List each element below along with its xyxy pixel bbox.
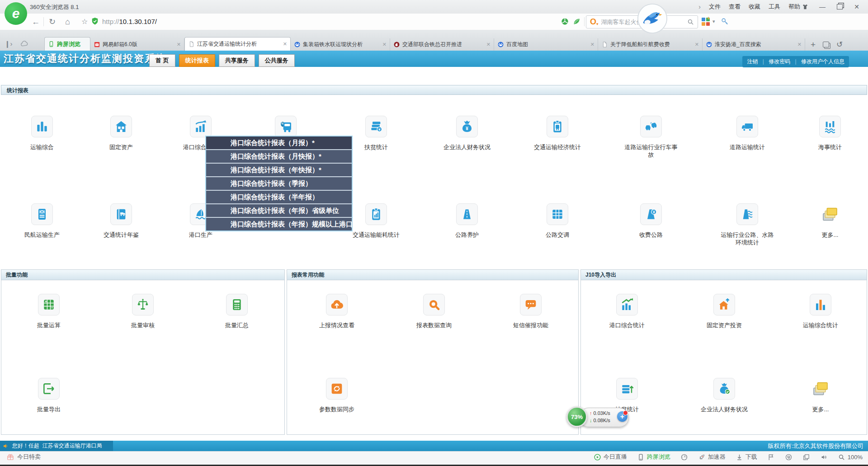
close-button[interactable]: ✕ <box>848 0 865 13</box>
report-item[interactable]: 固定资产 <box>87 116 155 151</box>
j10-item[interactable]: 固定资产投资 <box>686 294 763 329</box>
safe-site-shield-icon[interactable] <box>90 17 99 26</box>
tab-close-icon[interactable]: ✕ <box>283 41 287 47</box>
browser-tab-6[interactable]: 关于降低船舶引航费收费✕ <box>598 38 703 51</box>
port-menu-item-1[interactable]: 港口综合统计报表（月快报）* <box>206 150 352 164</box>
app-grid-icon[interactable]: + <box>702 18 710 26</box>
cloud-sync-icon[interactable] <box>20 39 29 48</box>
port-menu-item-6[interactable]: 港口综合统计报表（年报）规模以上港口 <box>206 218 352 231</box>
report-item[interactable]: 海事统计 <box>796 116 864 151</box>
screenshot-aperture-icon[interactable] <box>561 17 569 26</box>
back-button[interactable]: ← <box>32 17 40 26</box>
browser-menu-0[interactable]: 文件 <box>709 3 721 11</box>
browser-menu-2[interactable]: 收藏 <box>749 3 760 11</box>
port-menu-item-3[interactable]: 港口综合统计报表（季报） <box>206 177 352 191</box>
common-item[interactable]: 上报情况查看 <box>298 294 375 329</box>
report-item[interactable]: 交通运输经济统计 <box>524 116 591 151</box>
j10-item[interactable]: 运输综合统计 <box>782 294 859 329</box>
password-key-icon[interactable] <box>721 17 729 26</box>
browser-tab-4[interactable]: 交通部联合铁总召开推进✕ <box>390 38 494 51</box>
taskbar-zoom-glass[interactable]: 100% <box>838 453 863 461</box>
speed-plus-button[interactable]: + <box>617 411 627 422</box>
browser-tab-7[interactable]: 淮安扬港_百度搜索✕ <box>703 38 805 51</box>
common-item[interactable]: 参数数据同步 <box>298 378 375 413</box>
browser-tab-3[interactable]: 集装箱铁水联运现状分析✕ <box>291 38 390 51</box>
taskbar-speaker[interactable] <box>820 453 828 461</box>
nav-public-services[interactable]: 公共服务 <box>259 54 295 67</box>
report-item[interactable]: ¥企业法人财务状况 <box>433 116 501 151</box>
browser-tab-1[interactable]: 网易邮箱6.0版✕ <box>90 38 184 51</box>
report-item[interactable]: 民航运输生产 <box>8 203 76 239</box>
search-magnifier-icon[interactable] <box>687 18 694 26</box>
j10-item[interactable]: 企业法人财务状况 <box>686 378 763 413</box>
home-button[interactable]: ⌂ <box>65 17 70 26</box>
browser-menu-3[interactable]: 工具 <box>769 3 780 11</box>
report-item[interactable]: 更多... <box>796 203 864 239</box>
tab-close-icon[interactable]: ✕ <box>695 42 699 47</box>
user-link-0[interactable]: 注销 <box>747 58 758 65</box>
network-speed-widget[interactable]: ↑0.03K/s ↓0.08K/s + 73% <box>566 406 634 428</box>
taskbar-window[interactable] <box>802 453 810 461</box>
taskbar-phone-gray[interactable]: 跨屏浏览 <box>637 453 670 461</box>
tab-close-icon[interactable]: ✕ <box>797 42 802 47</box>
batch-item[interactable]: 批量运算 <box>10 294 87 329</box>
batch-item[interactable]: 批量审核 <box>104 294 181 329</box>
favorite-star-button[interactable]: ☆ <box>81 17 88 26</box>
skin-button[interactable] <box>797 0 814 13</box>
speed-mode-leaf-icon[interactable] <box>572 17 581 26</box>
tab-list-expander-icon[interactable]: ❙› <box>5 40 13 48</box>
user-link-1[interactable]: 修改密码 <box>769 58 790 65</box>
truck-icon <box>736 116 758 137</box>
taskbar-down-arrow[interactable]: 下载 <box>736 453 757 461</box>
tab-close-icon[interactable]: ✕ <box>382 42 387 47</box>
tab-close-icon[interactable]: ✕ <box>590 42 594 47</box>
menu-expand-icon[interactable]: › <box>698 3 701 10</box>
batch-item[interactable]: 批量导出 <box>10 378 87 413</box>
calculator-icon <box>226 294 248 315</box>
recent-tabs-icon[interactable] <box>823 42 829 47</box>
taskbar-e-compat[interactable] <box>785 453 793 461</box>
nav-reports[interactable]: 统计报表 <box>179 54 215 67</box>
report-item[interactable]: ¥收费公路 <box>617 203 685 239</box>
report-item[interactable]: 道路运输统计 <box>713 116 781 151</box>
browser-tab-2[interactable]: 江苏省交通运输统计分析✕ <box>184 37 291 51</box>
nav-shared-services[interactable]: 共享服务 <box>219 54 255 67</box>
taskbar-speed-meter[interactable] <box>680 453 688 461</box>
new-tab-button[interactable]: + <box>811 40 816 50</box>
maximize-button[interactable] <box>831 0 848 13</box>
reload-button[interactable]: ↻ <box>49 17 56 26</box>
port-menu-item-0[interactable]: 港口综合统计报表（月报）* <box>206 137 352 150</box>
daily-deals-button[interactable]: 今日特卖 <box>6 453 41 461</box>
port-menu-item-4[interactable]: 港口综合统计报表（半年报） <box>206 191 352 204</box>
user-link-2[interactable]: 修改用户个人信息 <box>801 58 844 65</box>
minimize-button[interactable]: — <box>814 0 831 13</box>
url-field[interactable]: http://10.1.30.107/ <box>102 18 157 25</box>
batch-item[interactable]: 批量汇总 <box>198 294 275 329</box>
tab-close-icon[interactable]: ✕ <box>177 42 181 47</box>
tab-close-icon[interactable]: ✕ <box>486 42 491 47</box>
reopen-closed-tab-icon[interactable]: ↺ <box>836 40 843 49</box>
speed-percent-ball[interactable]: 73% <box>566 406 587 427</box>
report-item[interactable]: 交通统计年鉴 <box>87 203 155 239</box>
taskbar-rocket[interactable]: 加速器 <box>698 453 726 461</box>
browser-menu-1[interactable]: 查看 <box>729 3 741 11</box>
report-item[interactable]: 运输综合 <box>8 116 76 151</box>
taskbar-flag[interactable] <box>767 453 775 461</box>
common-item[interactable]: 短信催报功能 <box>492 294 569 329</box>
extensions-chevron-icon[interactable]: ▾ <box>712 19 715 24</box>
report-item[interactable]: 道路运输行业行车事 故 <box>617 116 685 159</box>
report-item[interactable]: 运输行业公路、水路 环境统计 <box>713 203 781 246</box>
j10-item[interactable]: 港口综合统计 <box>589 294 665 329</box>
taskbar-play[interactable]: 今日直播 <box>594 453 627 461</box>
report-item[interactable]: 公路养护 <box>433 203 501 239</box>
nav-home[interactable]: 首 页 <box>149 54 175 67</box>
browser-logo-icon[interactable]: e <box>5 2 27 25</box>
port-menu-item-2[interactable]: 港口综合统计报表（年快报）* <box>206 164 352 177</box>
j10-item[interactable]: 更多... <box>782 378 859 413</box>
common-item[interactable]: 报表数据查询 <box>396 294 472 329</box>
book-truck-icon <box>110 203 132 225</box>
report-item[interactable]: 公路交调 <box>524 203 591 239</box>
browser-tab-0[interactable]: 跨屏浏览 <box>44 37 90 51</box>
browser-tab-5[interactable]: 百度地图✕ <box>494 38 598 51</box>
port-menu-item-5[interactable]: 港口综合统计报表（年报）省级单位 <box>206 204 352 218</box>
